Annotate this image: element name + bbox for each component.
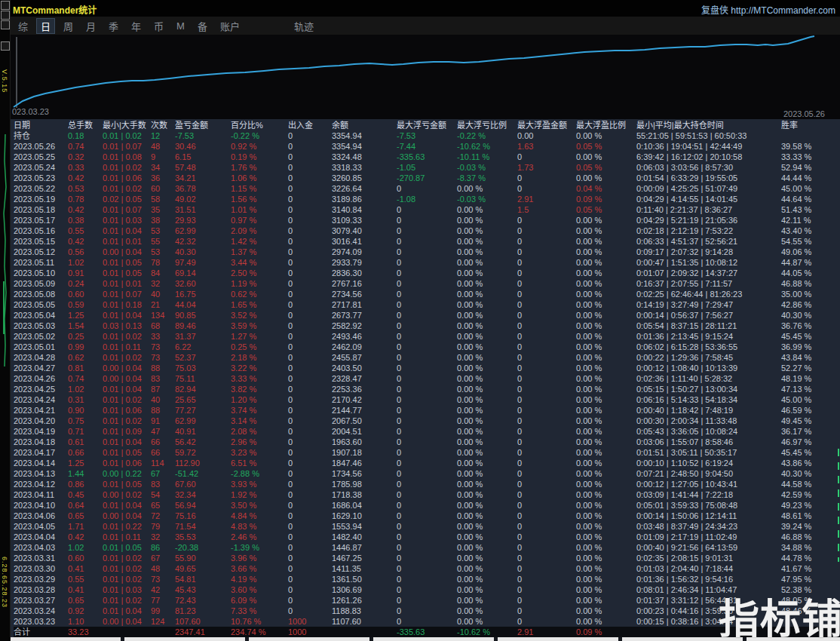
menu-item-周[interactable]: 周 bbox=[59, 18, 78, 34]
table-row[interactable]: 2023.05.111.020.01 | 0.057897.493.44 %02… bbox=[14, 257, 840, 268]
cell-最大浮亏比例: 0.00 % bbox=[457, 553, 517, 563]
table-row[interactable]: 2023.04.110.450.00 | 0.025432.341.92 %01… bbox=[14, 489, 840, 500]
menu-item-综[interactable]: 综 bbox=[14, 18, 32, 34]
cell-盈亏金额: 75.03 bbox=[175, 363, 231, 373]
cell-最小|平均|最大持仓时间: 0:06:03 | 3:03:56 | 8:57:30 bbox=[636, 162, 781, 173]
column-header[interactable]: 最小|平均|最大持仓时间 bbox=[636, 119, 781, 130]
menu-item-账户[interactable]: 账户 bbox=[216, 18, 244, 34]
column-header[interactable]: 最大浮亏比例 bbox=[457, 119, 517, 130]
rail-settings-icon[interactable] bbox=[1, 41, 10, 51]
column-header[interactable]: 余额 bbox=[332, 119, 397, 130]
column-header[interactable]: 最小|大手数 bbox=[103, 119, 151, 130]
cell-最大浮盈比例: 0.00 % bbox=[576, 215, 636, 225]
table-row[interactable]: 2023.04.200.750.01 | 0.029162.993.14 %02… bbox=[14, 416, 840, 426]
table-row[interactable]: 2023.05.020.250.01 | 0.023331.371.27 %02… bbox=[14, 331, 840, 342]
menu-item-币[interactable]: 币 bbox=[149, 18, 168, 34]
cell-总手数: 1.25 bbox=[68, 310, 103, 320]
column-header[interactable]: 盈亏金额 bbox=[175, 119, 231, 130]
cell-最大浮盈比例: 0.04 % bbox=[576, 183, 636, 194]
table-row[interactable]: 2023.05.080.600.01 | 0.074016.750.62 %02… bbox=[14, 289, 840, 299]
cell-最大浮盈金额: 0 bbox=[517, 542, 576, 553]
table-row[interactable]: 2023.03.280.410.01 | 0.034245.433.60 %01… bbox=[14, 584, 840, 595]
table-row[interactable]: 2023.04.100.640.01 | 0.046556.943.50 %01… bbox=[14, 500, 840, 511]
table-row[interactable]: 2023.03.290.550.01 | 0.027354.814.19 %01… bbox=[14, 574, 840, 584]
cell-最小|平均|最大持仓时间: 0:01:36 | 1:56:32 | 9:54:16 bbox=[636, 574, 781, 584]
cell-最大浮亏金额: 0 bbox=[397, 384, 457, 394]
table-row[interactable]: 2023.05.180.420.01 | 0.073531.511.01 %03… bbox=[14, 204, 840, 215]
column-header[interactable]: 最大浮盈比例 bbox=[576, 119, 636, 130]
rail-list-icon[interactable] bbox=[1, 20, 10, 29]
column-header[interactable]: 胜率 bbox=[781, 119, 840, 130]
column-header[interactable]: 次数 bbox=[151, 119, 175, 130]
table-row[interactable]: 2023.04.120.860.01 | 0.058367.603.93 %01… bbox=[14, 479, 840, 489]
rail-window-icon[interactable] bbox=[1, 1, 10, 10]
table-row[interactable]: 2023.04.060.650.00 | 0.047275.164.84 %01… bbox=[14, 511, 840, 521]
cell-最大浮亏金额: 0 bbox=[397, 479, 457, 489]
table-row[interactable]: 2023.04.210.900.01 | 0.068877.273.74 %02… bbox=[14, 405, 840, 416]
table-row[interactable]: 2023.04.170.660.01 | 0.056659.723.23 %01… bbox=[14, 447, 840, 458]
table-row[interactable]: 2023.04.240.310.01 | 0.024025.651.20 %02… bbox=[14, 394, 840, 405]
table-row[interactable]: 2023.04.280.620.01 | 0.027352.372.18 %02… bbox=[14, 352, 840, 363]
brand-link[interactable]: 复盘侠 http://MTCommander.com bbox=[701, 3, 835, 16]
menu-item-M[interactable]: M bbox=[172, 20, 189, 32]
table-row[interactable]: 2023.03.310.600.01 | 0.026755.903.96 %01… bbox=[14, 553, 840, 563]
cell-最大浮亏比例: 0.00 % bbox=[457, 204, 517, 215]
table-row[interactable]: 2023.05.010.990.01 | 0.11736.220.25 %024… bbox=[14, 342, 840, 352]
table-row[interactable]: 2023.05.120.560.00 | 0.045340.301.37 %02… bbox=[14, 247, 840, 257]
table-row[interactable]: 2023.05.250.320.01 | 0.0896.150.19 %0332… bbox=[14, 152, 840, 162]
table-row[interactable]: 2023.03.231.100.00 | 0.04124107.6010.76 … bbox=[14, 616, 840, 627]
table-row[interactable]: 2023.04.180.610.01 | 0.046656.422.96 %01… bbox=[14, 437, 840, 447]
table-row[interactable]: 2023.05.160.550.01 | 0.045362.992.09 %03… bbox=[14, 225, 840, 236]
table-row[interactable]: 2023.05.240.330.01 | 0.023457.481.76 %03… bbox=[14, 162, 840, 173]
total-row[interactable]: 合计33.232347.41234.74 %1000-335.63-10.62 … bbox=[14, 627, 840, 637]
table-row[interactable]: 2023.04.040.420.01 | 0.113235.532.46 %01… bbox=[14, 532, 840, 542]
table-row[interactable]: 2023.03.240.920.01 | 0.049981.237.33 %01… bbox=[14, 606, 840, 616]
column-header[interactable]: 最大浮盈金额 bbox=[517, 119, 576, 130]
cell-胜率: 48.61 % bbox=[781, 511, 840, 521]
menu-item-月[interactable]: 月 bbox=[81, 18, 100, 34]
table-row[interactable]: 2023.04.270.810.00 | 0.048875.033.22 %02… bbox=[14, 363, 840, 373]
column-header[interactable]: 最大浮亏金额 bbox=[397, 119, 457, 130]
table-row[interactable]: 2023.05.220.530.01 | 0.026036.781.15 %03… bbox=[14, 183, 840, 194]
menu-item-季[interactable]: 季 bbox=[104, 18, 123, 34]
table-row[interactable]: 2023.04.051.710.01 | 0.227971.544.83 %01… bbox=[14, 521, 840, 532]
cell-余额: 1686.04 bbox=[332, 500, 397, 511]
table-row[interactable]: 2023.05.031.540.03 | 0.136889.463.59 %02… bbox=[14, 320, 840, 331]
version-label: V.5.15 bbox=[1, 69, 8, 93]
table-row[interactable]: 2023.05.230.420.01 | 0.063634.211.06 %03… bbox=[14, 173, 840, 183]
table-row[interactable]: 2023.05.170.380.01 | 0.033829.930.97 %03… bbox=[14, 215, 840, 225]
cell-最大浮亏比例: 0.00 % bbox=[457, 183, 517, 194]
table-row[interactable]: 2023.04.260.740.00 | 0.048375.113.33 %02… bbox=[14, 373, 840, 384]
cell-胜率: 42.59 % bbox=[781, 489, 840, 500]
column-header[interactable]: 日期 bbox=[14, 119, 68, 130]
cell-总手数: 0.61 bbox=[68, 437, 103, 447]
table-row[interactable]: 2023.04.251.020.01 | 0.048782.943.82 %02… bbox=[14, 384, 840, 394]
table-row[interactable]: 2023.03.300.410.01 | 0.024849.653.66 %01… bbox=[14, 563, 840, 574]
rail-chart-icon[interactable] bbox=[1, 11, 10, 20]
menu-item-备[interactable]: 备 bbox=[193, 18, 212, 34]
cell-余额: 1553.94 bbox=[332, 521, 397, 532]
table-row[interactable]: 2023.04.131.440.00 | 0.2267-51.42-2.88 %… bbox=[14, 468, 840, 479]
column-header[interactable]: 总手数 bbox=[68, 119, 103, 130]
cell-出入金: 0 bbox=[288, 215, 332, 225]
cell-最小|大手数: 0.01 | 0.02 bbox=[103, 553, 151, 563]
cell-总手数: 0.45 bbox=[68, 489, 103, 500]
table-row[interactable]: 2023.03.270.650.01 | 0.027772.436.09 %01… bbox=[14, 595, 840, 606]
menu-item-轨迹[interactable]: 轨迹 bbox=[290, 18, 318, 34]
menu-item-日[interactable]: 日 bbox=[36, 18, 55, 34]
menu-item-年[interactable]: 年 bbox=[127, 18, 146, 34]
table-row[interactable]: 2023.05.190.780.02 | 0.055849.021.56 %03… bbox=[14, 194, 840, 204]
open-position-row[interactable]: 持仓0.180.01 | 0.0212-7.53-0.22 %03354.94-… bbox=[14, 130, 840, 141]
table-row[interactable]: 2023.04.141.250.01 | 0.06114112.906.51 %… bbox=[14, 458, 840, 468]
column-header[interactable]: 出入金 bbox=[288, 119, 332, 130]
table-row[interactable]: 2023.05.100.910.01 | 0.058469.142.50 %02… bbox=[14, 268, 840, 278]
column-header[interactable]: 百分比% bbox=[231, 119, 288, 130]
table-row[interactable]: 2023.04.031.020.01 | 0.0586-20.38-1.39 %… bbox=[14, 542, 840, 553]
table-row[interactable]: 2023.05.041.250.01 | 0.0413490.853.52 %0… bbox=[14, 310, 840, 320]
cell-最大浮亏金额: 0 bbox=[397, 320, 457, 331]
table-row[interactable]: 2023.05.050.590.01 | 0.182144.041.65 %02… bbox=[14, 299, 840, 310]
table-row[interactable]: 2023.05.260.740.01 | 0.074830.460.92 %03… bbox=[14, 141, 840, 152]
table-row[interactable]: 2023.04.190.710.01 | 0.094740.912.08 %02… bbox=[14, 426, 840, 437]
table-row[interactable]: 2023.05.090.240.01 | 0.013232.601.19 %02… bbox=[14, 278, 840, 289]
table-row[interactable]: 2023.05.150.420.01 | 0.015542.321.42 %03… bbox=[14, 236, 840, 247]
